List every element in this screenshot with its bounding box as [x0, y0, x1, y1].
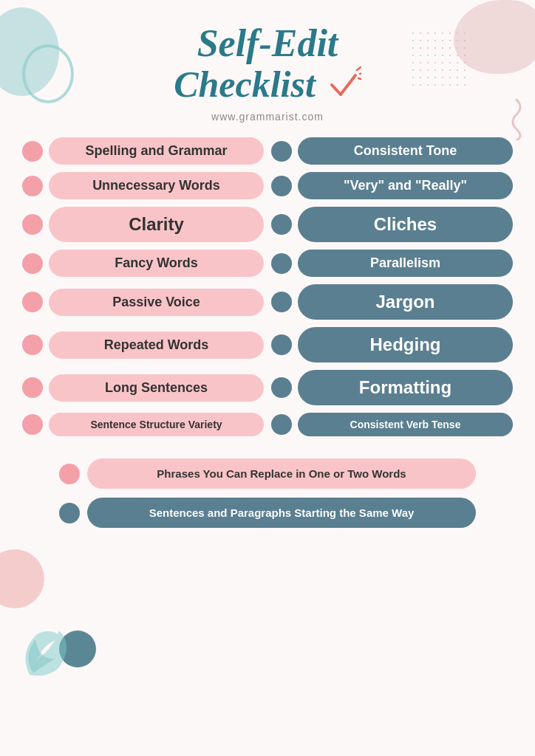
bullet-pink-2 [22, 176, 43, 196]
right-item-2: "Very" and "Really" [271, 172, 513, 199]
pill-spelling-grammar: Spelling and Grammar [49, 137, 264, 165]
pill-unnecessary-words: Unnecessary Words [49, 172, 264, 199]
left-item-8: Sentence Structure Variety [22, 413, 264, 436]
bullet-pink-1 [22, 141, 43, 162]
left-item-1: Spelling and Grammar [22, 137, 264, 165]
pill-sentence-variety: Sentence Structure Variety [49, 413, 264, 436]
left-item-4: Fancy Words [22, 250, 264, 277]
website-label: www.grammarist.com [15, 111, 520, 123]
pill-parallelism: Parallelism [298, 250, 513, 277]
right-item-5: Jargon [271, 284, 513, 320]
title-line2: Checklist [174, 64, 316, 105]
left-item-6: Repeated Words [22, 331, 264, 359]
left-item-3: Clarity [22, 207, 264, 242]
svg-line-0 [332, 85, 341, 94]
pill-cliches: Cliches [298, 207, 513, 242]
pill-jargon: Jargon [298, 284, 513, 320]
svg-line-1 [341, 75, 355, 94]
bullet-pink-bottom-1 [59, 464, 80, 484]
decor-leaf [15, 623, 74, 682]
pill-long-sentences: Long Sentences [49, 374, 264, 402]
bullet-gray-8 [271, 414, 292, 435]
checklist-row-4: Fancy Words Parallelism [22, 250, 513, 277]
checklist-row-8: Sentence Structure Variety Consistent Ve… [22, 413, 513, 436]
checklist-row-3: Clarity Cliches [22, 207, 513, 242]
pill-very-really: "Very" and "Really" [298, 172, 513, 199]
pill-phrases-replace: Phrases You Can Replace in One or Two Wo… [87, 458, 476, 489]
bullet-gray-1 [271, 141, 292, 162]
checkmark-decoration [324, 66, 361, 103]
right-item-7: Formatting [271, 370, 513, 405]
checklist-row-6: Repeated Words Hedging [22, 327, 513, 362]
checklist-row-1: Spelling and Grammar Consistent Tone [22, 137, 513, 165]
bullet-gray-7 [271, 377, 292, 398]
pill-hedging: Hedging [298, 327, 513, 362]
title-line1: Self-Edit [174, 22, 361, 64]
pill-clarity: Clarity [49, 207, 264, 242]
pill-fancy-words: Fancy Words [49, 250, 264, 277]
bullet-gray-4 [271, 253, 292, 274]
pill-consistent-tone: Consistent Tone [298, 137, 513, 165]
bullet-gray-2 [271, 176, 292, 196]
pill-sentences-paragraphs: Sentences and Paragraphs Starting the Sa… [87, 498, 476, 528]
bottom-section: Phrases You Can Replace in One or Two Wo… [0, 458, 535, 543]
bullet-pink-6 [22, 334, 43, 355]
checklist-row-5: Passive Voice Jargon [22, 284, 513, 320]
bullet-gray-bottom-2 [59, 503, 80, 523]
bullet-pink-3 [22, 214, 43, 235]
right-item-3: Cliches [271, 207, 513, 242]
svg-line-3 [360, 72, 361, 74]
pill-repeated-words: Repeated Words [49, 331, 264, 359]
page-header: Self-Edit Checklist www.grammarist.com [0, 0, 535, 130]
bullet-pink-5 [22, 292, 43, 312]
svg-line-4 [358, 78, 361, 80]
checklist-row-7: Long Sentences Formatting [22, 370, 513, 405]
bullet-pink-4 [22, 253, 43, 274]
svg-line-2 [357, 66, 361, 70]
right-item-4: Parallelism [271, 250, 513, 277]
right-item-6: Hedging [271, 327, 513, 362]
left-item-5: Passive Voice [22, 289, 264, 316]
right-item-1: Consistent Tone [271, 137, 513, 165]
bullet-gray-6 [271, 334, 292, 355]
checklist-row-2: Unnecessary Words "Very" and "Really" [22, 172, 513, 199]
pill-formatting: Formatting [298, 370, 513, 405]
bullet-pink-8 [22, 414, 43, 435]
bullet-pink-7 [22, 377, 43, 398]
bullet-gray-5 [271, 292, 292, 312]
left-item-2: Unnecessary Words [22, 172, 264, 199]
checklist-grid: Spelling and Grammar Consistent Tone Unn… [0, 130, 535, 458]
right-item-8: Consistent Verb Tense [271, 413, 513, 436]
pill-passive-voice: Passive Voice [49, 289, 264, 316]
bullet-gray-3 [271, 214, 292, 235]
decor-pink-circle-bottom [0, 549, 44, 608]
pill-consistent-verb-tense: Consistent Verb Tense [298, 413, 513, 436]
left-item-7: Long Sentences [22, 374, 264, 402]
